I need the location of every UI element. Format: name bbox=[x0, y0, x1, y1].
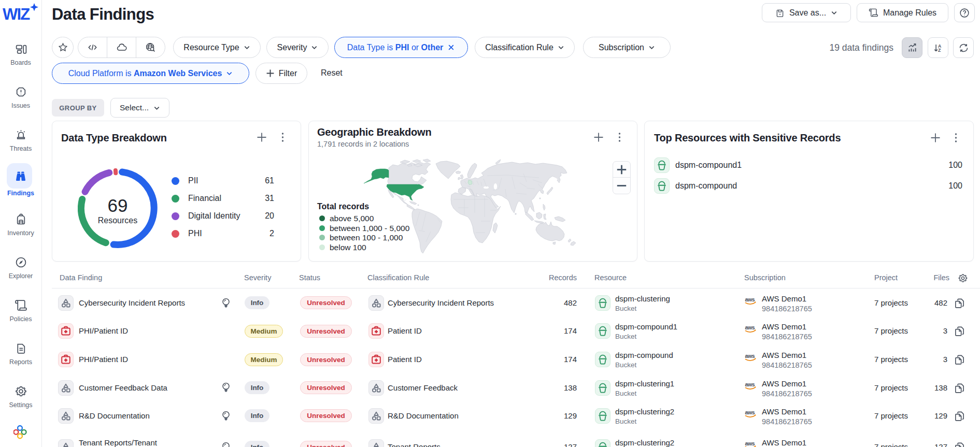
svg-text:aws: aws bbox=[745, 440, 755, 446]
svg-text:aws: aws bbox=[745, 381, 755, 387]
svg-text:aws: aws bbox=[745, 324, 755, 330]
svg-text:aws: aws bbox=[745, 409, 755, 415]
svg-text:aws: aws bbox=[745, 353, 755, 359]
svg-text:aws: aws bbox=[745, 296, 755, 302]
svg-text:WIZ: WIZ bbox=[3, 5, 30, 23]
svg-text:Z: Z bbox=[938, 47, 941, 52]
